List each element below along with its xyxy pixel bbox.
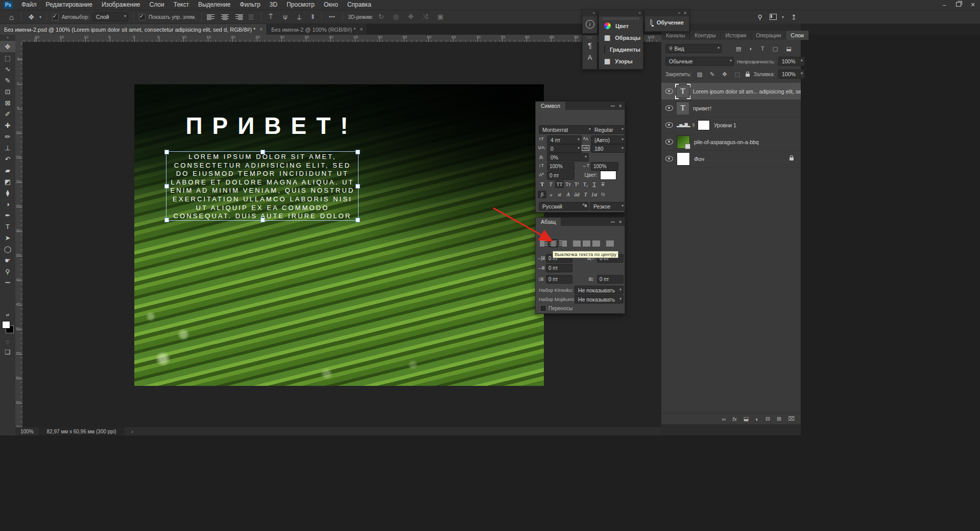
align-left-button[interactable] bbox=[539, 239, 548, 247]
lock-icon[interactable]: ▨ bbox=[695, 71, 704, 78]
layer-filter-icon[interactable]: ⬓ bbox=[784, 45, 793, 52]
align-right-button[interactable] bbox=[558, 239, 568, 247]
hyphenate-checkbox[interactable] bbox=[540, 305, 546, 312]
menu-item-выделение[interactable]: Выделение bbox=[194, 0, 235, 10]
link-layers-icon[interactable]: ∞ bbox=[722, 416, 726, 422]
layer-filter-icon[interactable]: ◐ bbox=[747, 45, 755, 52]
layer-mask-icon[interactable]: ⬓ bbox=[744, 415, 749, 422]
more-align-options-icon[interactable]: ••• bbox=[327, 14, 337, 19]
character-panel-tab[interactable]: Символ bbox=[536, 102, 565, 110]
canvas-body-text[interactable]: LOREM IPSUM DOLOR SIT AMET, CONSECTETUR … bbox=[160, 153, 365, 221]
quick-mask-icon[interactable]: ◌ bbox=[0, 338, 15, 345]
info-panel-icon[interactable]: i bbox=[586, 20, 594, 29]
learn-panel-button[interactable]: Обучение bbox=[645, 16, 689, 28]
type-tool[interactable]: T bbox=[0, 221, 15, 232]
vertical-align-icon[interactable]: ⍊ bbox=[295, 13, 303, 21]
panel-tab-слои[interactable]: Слои bbox=[786, 31, 809, 40]
leading-field[interactable]: (Авто) bbox=[591, 135, 626, 144]
opentype-ornaments-button[interactable]: ℴ bbox=[546, 191, 555, 198]
close-icon[interactable]: ✕ bbox=[618, 104, 622, 108]
vertical-align-icon[interactable]: ⍑ bbox=[267, 13, 275, 21]
hand-tool[interactable]: ☛ bbox=[0, 255, 15, 266]
tracking-field[interactable]: 180 bbox=[591, 144, 626, 153]
style-superscript-button[interactable]: T¹ bbox=[572, 180, 581, 188]
opentype-alternates-button[interactable]: ād bbox=[572, 191, 581, 198]
zoom-tool[interactable]: ⚲ bbox=[0, 266, 15, 277]
panel-tab-история[interactable]: История bbox=[721, 31, 751, 40]
opacity-field[interactable]: 100% bbox=[778, 57, 805, 66]
menu-item-текст[interactable]: Текст bbox=[169, 0, 194, 10]
kerning-field[interactable]: 0 bbox=[547, 144, 582, 153]
selection-handle[interactable] bbox=[164, 150, 169, 154]
show-transform-checkbox[interactable] bbox=[139, 14, 146, 20]
canvas-heading-text[interactable]: ПРИВЕТ! bbox=[153, 113, 380, 138]
mode-3d-icon[interactable]: ✥ bbox=[406, 13, 416, 21]
lock-all-icon[interactable] bbox=[746, 74, 750, 77]
edit-toolbar-icon[interactable]: ••• bbox=[0, 277, 15, 288]
lock-icon[interactable]: ✥ bbox=[720, 71, 729, 78]
selection-handle[interactable] bbox=[355, 150, 360, 154]
justify-last-right-button[interactable] bbox=[591, 239, 601, 247]
text-layer-thumbnail[interactable]: T bbox=[677, 85, 689, 98]
adjustment-layer-icon[interactable]: ◐ bbox=[755, 416, 759, 422]
autoselect-target-select[interactable]: Слой bbox=[92, 12, 128, 21]
pen-tool[interactable]: ✒ bbox=[0, 210, 15, 221]
justify-last-center-button[interactable] bbox=[582, 239, 591, 247]
panel-tab-операции[interactable]: Операции bbox=[751, 31, 786, 40]
layer-style-icon[interactable]: fx bbox=[732, 416, 737, 422]
paragraph-panel-tab[interactable]: Абзац bbox=[536, 218, 561, 226]
menu-item-окно[interactable]: Окно bbox=[319, 0, 343, 10]
horizontal-scale-field[interactable]: 100% bbox=[591, 162, 618, 171]
eyedropper-tool[interactable]: ✐ bbox=[0, 108, 15, 120]
font-size-field[interactable]: 4 пт bbox=[547, 135, 582, 144]
vertical-scale-field[interactable]: 100% bbox=[547, 162, 575, 171]
eraser-tool[interactable]: ▰ bbox=[0, 165, 15, 176]
selection-handle[interactable] bbox=[355, 218, 360, 222]
font-family-select[interactable]: Montserrat bbox=[539, 125, 593, 134]
layer-filter-select[interactable]: ⚲ Вид bbox=[665, 44, 722, 53]
style-italic-button[interactable]: T bbox=[546, 180, 555, 188]
visibility-eye-icon[interactable] bbox=[665, 156, 673, 161]
opentype-titling-button[interactable]: T bbox=[581, 191, 590, 198]
opentype-swash-button[interactable]: A bbox=[564, 191, 572, 198]
delete-layer-icon[interactable]: ⌧ bbox=[788, 415, 795, 422]
paragraph-styles-icon[interactable]: ¶ bbox=[583, 39, 597, 50]
kinsoku-select[interactable]: Не показывать bbox=[575, 286, 624, 294]
distribute-icon[interactable]: ☰ bbox=[246, 13, 256, 21]
share-icon[interactable]: ↥ bbox=[789, 13, 799, 21]
layer-row[interactable]: Фон bbox=[661, 150, 801, 168]
mojikumi-select[interactable]: Не показывать bbox=[575, 295, 624, 304]
indent-first-line-field[interactable]: 0 пт bbox=[546, 264, 572, 272]
toolbar-expand-icon[interactable]: » bbox=[0, 35, 15, 41]
link-mask-icon[interactable]: ∞ bbox=[691, 123, 697, 127]
background-layer-thumbnail[interactable] bbox=[677, 152, 690, 166]
collapse-icon[interactable]: » bbox=[593, 11, 595, 15]
image-layer-thumbnail[interactable] bbox=[677, 135, 690, 149]
style-subscript-button[interactable]: T₁ bbox=[581, 180, 590, 188]
opentype-fractions-button[interactable]: ½ bbox=[599, 191, 607, 198]
layer-row[interactable]: pile-of-asparagus-on-a-bbq bbox=[661, 133, 801, 151]
mode-3d-icon[interactable]: ◎ bbox=[391, 13, 401, 21]
dodge-tool[interactable]: ◑ bbox=[0, 198, 15, 210]
marquee-tool[interactable]: ⬚ bbox=[0, 52, 15, 63]
text-color-swatch[interactable] bbox=[600, 171, 616, 180]
opentype-ordinals-button[interactable]: 1st bbox=[590, 191, 599, 198]
chevron-down-icon[interactable]: ▾ bbox=[39, 15, 41, 19]
layer-filter-icon[interactable]: ▤ bbox=[734, 45, 743, 52]
lock-icon[interactable]: ✎ bbox=[708, 71, 716, 78]
new-group-icon[interactable]: ⊟ bbox=[766, 415, 770, 422]
selection-handle[interactable] bbox=[260, 150, 265, 154]
zoom-level[interactable]: 100% bbox=[15, 429, 39, 434]
align-left-icon[interactable] bbox=[207, 14, 214, 20]
status-chevron-icon[interactable]: › bbox=[132, 429, 133, 434]
workspace-icon[interactable] bbox=[770, 14, 777, 20]
lock-icon[interactable]: ⬚ bbox=[733, 71, 742, 78]
menu-item-справка[interactable]: Справка bbox=[343, 0, 376, 10]
panel-flyout-gradients[interactable]: Градиенты bbox=[599, 43, 643, 55]
lasso-tool[interactable]: ∿ bbox=[0, 63, 15, 75]
menu-item-3d[interactable]: 3D bbox=[265, 0, 282, 10]
space-before-field[interactable]: 0 пт bbox=[546, 275, 572, 284]
tab-close-icon[interactable]: × bbox=[259, 27, 262, 32]
minimize-button[interactable]: – bbox=[937, 0, 951, 10]
swap-colors-icon[interactable]: ⇄ bbox=[1, 313, 14, 317]
